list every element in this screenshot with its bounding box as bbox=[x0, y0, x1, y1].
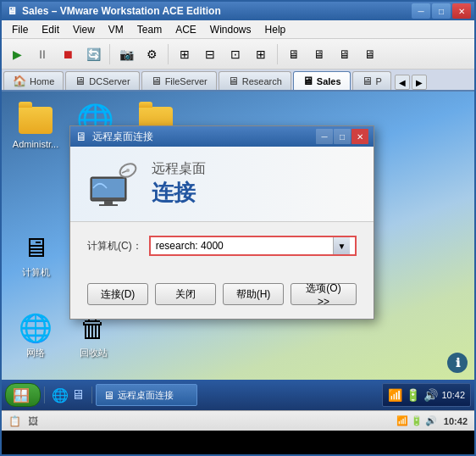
menu-bar: File Edit View VM Team ACE Windows Help bbox=[2, 20, 474, 39]
close-button[interactable]: ✕ bbox=[452, 3, 471, 19]
toolbar-view3[interactable]: ⊡ bbox=[224, 42, 247, 66]
svg-point-6 bbox=[126, 169, 130, 172]
toolbar-snapshot[interactable]: 📷 bbox=[114, 42, 138, 66]
menu-file[interactable]: File bbox=[5, 22, 35, 37]
computer-icon: 🖥 bbox=[19, 231, 53, 264]
title-bar: 🖥 Sales – VMware Workstation ACE Edition… bbox=[2, 2, 474, 20]
p-icon: 🖥 bbox=[362, 75, 373, 87]
toolbar-play[interactable]: ▶ bbox=[5, 42, 29, 66]
start-button[interactable]: 🪟 bbox=[5, 383, 41, 407]
minimize-button[interactable]: ─ bbox=[412, 3, 430, 19]
rdp-help-button[interactable]: 帮助(H) bbox=[223, 283, 284, 305]
tab-fileserver-label: FileServer bbox=[165, 76, 208, 86]
icon-label-computer: 计算机 bbox=[22, 266, 50, 279]
status-icon-2[interactable]: 🖼 bbox=[28, 415, 38, 427]
rdp-title-controls: ─ □ ✕ bbox=[316, 129, 368, 144]
toolbar-view4[interactable]: ⊞ bbox=[249, 42, 273, 66]
rdp-close[interactable]: ✕ bbox=[351, 129, 368, 144]
menu-windows[interactable]: Windows bbox=[203, 22, 258, 37]
toolbar-sep-3 bbox=[277, 44, 278, 64]
rdp-minimize[interactable]: ─ bbox=[316, 129, 333, 144]
quicklaunch-ie[interactable]: 🌐 bbox=[52, 387, 69, 403]
status-bar: 📋 🖼 📶 🔋 🔊 10:42 bbox=[2, 410, 474, 431]
quicklaunch-computer[interactable]: 🖥 bbox=[71, 387, 85, 403]
network-icon: 🌐 bbox=[19, 311, 53, 345]
rdp-dialog: 🖥 远程桌面连接 ─ □ ✕ bbox=[69, 125, 374, 320]
rdp-field-label: 计算机(C)： bbox=[87, 239, 142, 253]
home-icon: 🏠 bbox=[13, 75, 26, 87]
tab-home[interactable]: 🏠 Home bbox=[3, 71, 64, 90]
rdp-maximize[interactable]: □ bbox=[334, 129, 351, 144]
icon-network[interactable]: 🌐 网络 bbox=[8, 308, 63, 363]
tab-p[interactable]: 🖥 P bbox=[352, 71, 391, 90]
icon-administrator[interactable]: Administr... bbox=[8, 100, 63, 153]
time-display: 10:42 bbox=[441, 389, 465, 401]
menu-team[interactable]: Team bbox=[130, 22, 169, 37]
rdp-computer-input[interactable]: research: 4000 ▼ bbox=[149, 236, 357, 256]
sales-icon: 🖥 bbox=[302, 75, 313, 87]
rdp-header-text: 远程桌面 连接 bbox=[152, 160, 206, 208]
toolbar-view1[interactable]: ⊞ bbox=[173, 42, 196, 66]
svg-rect-1 bbox=[92, 179, 125, 197]
rdp-input-value: research: 4000 bbox=[156, 240, 333, 252]
taskbar-rdp-label: 远程桌面连接 bbox=[118, 389, 174, 402]
toolbar-display4[interactable]: 🖥 bbox=[358, 42, 382, 66]
research-icon: 🖥 bbox=[228, 75, 239, 87]
main-window: 🖥 Sales – VMware Workstation ACE Edition… bbox=[0, 0, 476, 456]
rdp-icon-svg bbox=[84, 160, 138, 208]
rdp-dropdown-arrow[interactable]: ▼ bbox=[333, 237, 350, 254]
systray: 📶 🔋 🔊 10:42 bbox=[382, 383, 471, 407]
icon-label: Administr... bbox=[13, 139, 58, 149]
toolbar-view2[interactable]: ⊟ bbox=[198, 42, 222, 66]
toolbar-pause[interactable]: ⏸ bbox=[30, 42, 54, 66]
rdp-options-button[interactable]: 选项(O) >> bbox=[291, 283, 357, 305]
systray-network-icon[interactable]: 📶 bbox=[388, 388, 402, 402]
tab-nav-next[interactable]: ▶ bbox=[412, 75, 427, 90]
rdp-connect-button[interactable]: 连接(D) bbox=[87, 283, 148, 305]
taskbar-rdp-item[interactable]: 🖥 远程桌面连接 bbox=[96, 384, 197, 406]
tab-research[interactable]: 🖥 Research bbox=[219, 71, 291, 90]
tab-home-label: Home bbox=[30, 76, 54, 86]
toolbar-display3[interactable]: 🖥 bbox=[333, 42, 357, 66]
status-time: 10:42 bbox=[444, 416, 468, 426]
toolbar: ▶ ⏸ ⏹ 🔄 📷 ⚙ ⊞ ⊟ ⊡ ⊞ 🖥 🖥 🖥 🖥 bbox=[2, 39, 474, 70]
info-button[interactable]: ℹ bbox=[447, 353, 468, 373]
status-systray-extra: 📶 🔋 🔊 bbox=[396, 415, 437, 426]
toolbar-display2[interactable]: 🖥 bbox=[307, 42, 331, 66]
menu-vm[interactable]: VM bbox=[102, 22, 130, 37]
toolbar-refresh[interactable]: 🔄 bbox=[81, 42, 105, 66]
toolbar-display1[interactable]: 🖥 bbox=[282, 42, 306, 66]
menu-edit[interactable]: Edit bbox=[35, 22, 66, 37]
dcserver-icon: 🖥 bbox=[75, 75, 86, 87]
status-icon-1[interactable]: 📋 bbox=[8, 415, 21, 427]
rdp-header-line2: 连接 bbox=[152, 178, 206, 208]
taskbar-sep-2 bbox=[91, 386, 92, 403]
menu-view[interactable]: View bbox=[66, 22, 102, 37]
tab-sales[interactable]: 🖥 Sales bbox=[293, 71, 351, 90]
menu-ace[interactable]: ACE bbox=[169, 22, 203, 37]
toolbar-stop[interactable]: ⏹ bbox=[56, 42, 80, 66]
folder-icon bbox=[19, 103, 53, 137]
rdp-title-bar: 🖥 远程桌面连接 ─ □ ✕ bbox=[70, 126, 374, 147]
rdp-close-button[interactable]: 关闭 bbox=[155, 283, 216, 305]
taskbar: 🪟 🌐 🖥 🖥 远程桌面连接 📶 🔋 🔊 10:42 bbox=[2, 380, 474, 410]
tab-fileserver[interactable]: 🖥 FileServer bbox=[141, 71, 217, 90]
maximize-button[interactable]: □ bbox=[432, 3, 451, 19]
icon-label-recycle: 回收站 bbox=[80, 347, 108, 359]
systray-volume-icon[interactable]: 🔊 bbox=[423, 388, 438, 402]
start-orb: 🪟 bbox=[13, 387, 30, 403]
rdp-header-line1: 远程桌面 bbox=[152, 160, 206, 178]
toolbar-settings[interactable]: ⚙ bbox=[140, 42, 163, 66]
rdp-header-icon bbox=[84, 157, 138, 211]
icon-computer[interactable]: 🖥 计算机 bbox=[8, 227, 63, 282]
fileserver-icon: 🖥 bbox=[151, 75, 162, 87]
rdp-field-row: 计算机(C)： research: 4000 ▼ bbox=[87, 236, 357, 256]
tab-nav-prev[interactable]: ◀ bbox=[395, 75, 410, 90]
app-icon: 🖥 bbox=[5, 4, 19, 18]
icon-label-network: 网络 bbox=[26, 347, 45, 359]
tab-dcserver[interactable]: 🖥 DCServer bbox=[65, 71, 139, 90]
menu-help[interactable]: Help bbox=[258, 22, 293, 37]
rdp-buttons: 连接(D) 关闭 帮助(H) 选项(O) >> bbox=[70, 280, 374, 319]
rdp-header: 远程桌面 连接 bbox=[70, 147, 374, 222]
systray-battery-icon[interactable]: 🔋 bbox=[406, 388, 420, 402]
